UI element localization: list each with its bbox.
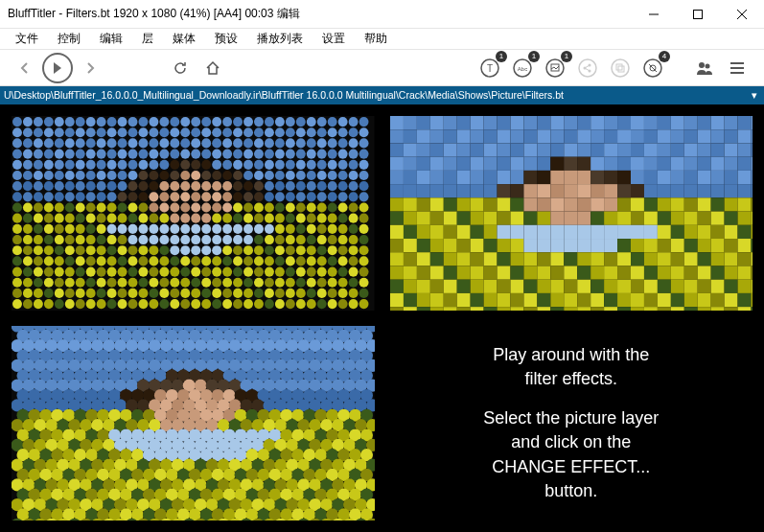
minimize-button[interactable] xyxy=(632,0,676,29)
svg-point-376 xyxy=(97,223,106,233)
svg-rect-782 xyxy=(403,184,416,197)
svg-rect-996 xyxy=(643,279,657,292)
svg-point-636 xyxy=(328,299,337,309)
svg-rect-942 xyxy=(670,252,683,266)
svg-point-165 xyxy=(23,159,33,169)
svg-point-444 xyxy=(97,245,106,255)
svg-rect-801 xyxy=(657,184,670,197)
path-text: U\Desktop\BluffTitler_16.0.0.0_Multiling… xyxy=(4,89,564,101)
svg-rect-968 xyxy=(643,266,657,279)
menu-settings[interactable]: 设置 xyxy=(314,29,353,49)
svg-point-519 xyxy=(170,266,179,276)
abc-layer-button[interactable]: Abc1 xyxy=(507,53,538,83)
maximize-button[interactable] xyxy=(676,0,720,29)
svg-rect-666 xyxy=(724,116,737,129)
svg-rect-891 xyxy=(737,224,751,238)
svg-point-349 xyxy=(170,213,179,222)
filter-button[interactable]: 4 xyxy=(637,53,668,83)
path-dropdown-icon[interactable]: ▾ xyxy=(749,89,760,101)
svg-rect-751 xyxy=(737,156,751,170)
svg-rect-838 xyxy=(403,211,416,224)
svg-point-157 xyxy=(296,149,306,158)
share-button[interactable] xyxy=(572,53,603,83)
menu-media[interactable]: 媒体 xyxy=(165,29,203,49)
svg-point-486 xyxy=(180,256,190,266)
svg-rect-770 xyxy=(617,170,631,183)
svg-point-241 xyxy=(107,181,117,191)
svg-point-522 xyxy=(201,266,211,276)
svg-rect-1009 xyxy=(443,293,456,307)
svg-rect-986 xyxy=(510,279,523,292)
svg-rect-648 xyxy=(483,116,497,129)
svg-point-324 xyxy=(265,202,274,212)
svg-point-487 xyxy=(191,256,200,266)
svg-point-195 xyxy=(338,159,348,169)
home-button[interactable] xyxy=(197,53,228,83)
svg-point-309 xyxy=(107,202,117,212)
svg-rect-1046 xyxy=(564,307,577,311)
svg-point-394 xyxy=(286,223,295,233)
back-button[interactable] xyxy=(10,53,40,83)
svg-rect-977 xyxy=(390,279,404,292)
menu-layer[interactable]: 层 xyxy=(134,29,161,49)
svg-point-215 xyxy=(191,170,200,179)
text-layer-button[interactable]: T1 xyxy=(475,53,505,83)
menu-edit[interactable]: 编辑 xyxy=(92,29,130,49)
svg-rect-885 xyxy=(657,224,670,238)
forward-button[interactable] xyxy=(75,53,105,83)
svg-point-33 xyxy=(65,117,75,127)
svg-point-47 xyxy=(212,117,221,127)
svg-point-638 xyxy=(349,299,359,309)
svg-point-60 xyxy=(349,117,359,127)
svg-point-100 xyxy=(55,138,64,148)
menu-preset[interactable]: 预设 xyxy=(207,29,245,49)
menu-control[interactable]: 控制 xyxy=(50,29,88,49)
menu-help[interactable]: 帮助 xyxy=(357,29,395,49)
close-button[interactable] xyxy=(720,0,764,29)
svg-point-387 xyxy=(212,223,221,233)
svg-point-552 xyxy=(159,277,169,287)
svg-point-304 xyxy=(55,202,64,212)
svg-rect-911 xyxy=(631,239,644,252)
menu-button[interactable] xyxy=(722,53,752,83)
svg-point-73 xyxy=(128,127,138,137)
svg-rect-700 xyxy=(429,143,443,156)
svg-rect-664 xyxy=(697,116,710,129)
svg-point-612 xyxy=(76,299,85,309)
svg-point-272 xyxy=(76,192,85,201)
svg-point-531 xyxy=(296,266,306,276)
svg-point-196 xyxy=(349,159,359,169)
users-button[interactable] xyxy=(689,53,720,83)
svg-point-242 xyxy=(118,181,127,191)
svg-rect-898 xyxy=(456,239,470,252)
play-button[interactable] xyxy=(42,53,73,83)
svg-rect-1004 xyxy=(751,279,752,292)
svg-rect-868 xyxy=(429,224,443,238)
svg-point-628 xyxy=(243,299,253,309)
copy-button[interactable] xyxy=(605,53,636,83)
svg-rect-867 xyxy=(416,224,429,238)
svg-point-228 xyxy=(328,170,337,179)
menu-file[interactable]: 文件 xyxy=(8,29,46,49)
svg-rect-1038 xyxy=(456,307,470,311)
svg-rect-790 xyxy=(510,184,523,197)
svg-point-338 xyxy=(55,213,64,222)
path-bar[interactable]: U\Desktop\BluffTitler_16.0.0.0_Multiling… xyxy=(0,86,764,104)
picture-layer-button[interactable]: 1 xyxy=(540,53,570,83)
svg-rect-757 xyxy=(443,170,456,183)
svg-rect-1012 xyxy=(483,293,497,307)
svg-point-150 xyxy=(222,149,232,158)
svg-rect-760 xyxy=(483,170,497,183)
menu-playlist[interactable]: 播放列表 xyxy=(249,29,311,49)
svg-point-64 xyxy=(34,127,43,137)
svg-rect-771 xyxy=(631,170,644,183)
refresh-button[interactable] xyxy=(165,53,196,83)
svg-point-170 xyxy=(76,159,85,169)
svg-point-398 xyxy=(328,223,337,233)
svg-rect-754 xyxy=(403,170,416,183)
svg-point-69 xyxy=(86,127,96,137)
svg-rect-976 xyxy=(751,266,752,279)
svg-point-502 xyxy=(349,256,359,266)
text-line-4: and click on the xyxy=(511,432,631,451)
svg-point-538 xyxy=(12,277,22,287)
